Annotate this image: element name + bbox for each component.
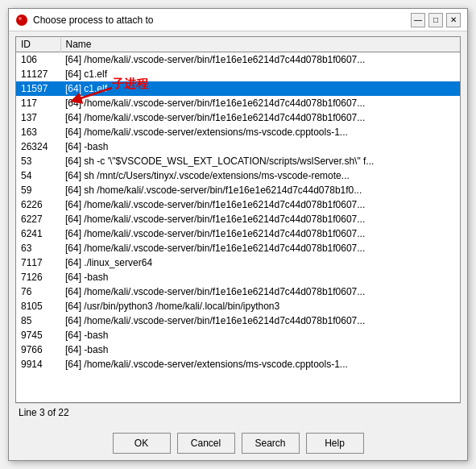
cell-id: 117 (16, 96, 60, 110)
minimize-button[interactable]: — (411, 13, 425, 27)
cell-name: [64] ./linux_server64 (60, 255, 460, 270)
cell-id: 54 (16, 168, 60, 183)
table-row[interactable]: 106[64] /home/kali/.vscode-server/bin/f1… (16, 52, 460, 67)
cell-name: [64] sh /home/kali/.vscode-server/bin/f1… (60, 183, 460, 197)
maximize-button[interactable]: □ (428, 13, 443, 27)
col-header-name: Name (60, 37, 460, 52)
cell-id: 163 (16, 125, 60, 139)
cell-name: [64] /home/kali/.vscode-server/bin/f1e16… (60, 241, 460, 255)
cell-name: [64] /home/kali/.vscode-server/bin/f1e16… (60, 226, 460, 241)
table-row[interactable]: 117[64] /home/kali/.vscode-server/bin/f1… (16, 96, 460, 110)
cell-id: 7126 (16, 270, 60, 284)
status-text: Line 3 of 22 (19, 407, 69, 418)
button-row: OK Cancel Search Help (9, 426, 467, 460)
table-row[interactable]: 7117[64] ./linux_server64 (16, 255, 460, 270)
cell-name: [64] -bash (60, 139, 460, 154)
cell-id: 6226 (16, 197, 60, 212)
dialog: Choose process to attach to — □ ✕ 子进程 (8, 8, 468, 461)
table-row[interactable]: 85[64] /home/kali/.vscode-server/bin/f1e… (16, 313, 460, 328)
cell-id: 59 (16, 183, 60, 197)
cell-id: 7117 (16, 255, 60, 270)
table-header-row: ID Name (16, 37, 460, 52)
cell-id: 137 (16, 110, 60, 125)
table-row[interactable]: 9914[64] /home/kali/.vscode-server/exten… (16, 357, 460, 371)
cell-id: 11127 (16, 67, 60, 81)
close-button[interactable]: ✕ (446, 13, 461, 27)
table-row[interactable]: 54[64] sh /mnt/c/Users/tinyx/.vscode/ext… (16, 168, 460, 183)
table-row[interactable]: 26324[64] -bash (16, 139, 460, 154)
table-row[interactable]: 7126[64] -bash (16, 270, 460, 284)
table-row[interactable]: 6227[64] /home/kali/.vscode-server/bin/f… (16, 212, 460, 226)
process-table-container[interactable]: ID Name 106[64] /home/kali/.vscode-serve… (15, 36, 461, 403)
title-bar-left: Choose process to attach to (15, 14, 153, 27)
table-row[interactable]: 76[64] /home/kali/.vscode-server/bin/f1e… (16, 284, 460, 299)
cell-name: [64] /home/kali/.vscode-server/bin/f1e16… (60, 110, 460, 125)
cell-id: 11597 (16, 81, 60, 96)
cell-name: [64] /home/kali/.vscode-server/bin/f1e16… (60, 96, 460, 110)
cell-id: 6227 (16, 212, 60, 226)
cell-name: [64] /usr/bin/python3 /home/kali/.local/… (60, 299, 460, 313)
table-row[interactable]: 9766[64] -bash (16, 342, 460, 357)
table-row[interactable]: 53[64] sh -c '\"$VSCODE_WSL_EXT_LOCATION… (16, 154, 460, 168)
cell-id: 6241 (16, 226, 60, 241)
table-row[interactable]: 11127[64] c1.elf (16, 67, 460, 81)
search-button[interactable]: Search (242, 433, 300, 454)
table-row[interactable]: 163[64] /home/kali/.vscode-server/extens… (16, 125, 460, 139)
cell-name: [64] /home/kali/.vscode-server/bin/f1e16… (60, 284, 460, 299)
cell-name: [64] /home/kali/.vscode-server/bin/f1e16… (60, 52, 460, 67)
table-row[interactable]: 6226[64] /home/kali/.vscode-server/bin/f… (16, 197, 460, 212)
title-text: Choose process to attach to (33, 15, 153, 26)
table-row[interactable]: 59[64] sh /home/kali/.vscode-server/bin/… (16, 183, 460, 197)
cell-id: 63 (16, 241, 60, 255)
cell-id: 53 (16, 154, 60, 168)
svg-point-1 (19, 17, 22, 20)
cell-name: [64] c1.elf (60, 67, 460, 81)
status-bar: Line 3 of 22 (15, 403, 461, 421)
table-row[interactable]: 9745[64] -bash (16, 328, 460, 342)
ok-button[interactable]: OK (113, 433, 171, 454)
cell-name: [64] /home/kali/.vscode-server/bin/f1e16… (60, 197, 460, 212)
cancel-button[interactable]: Cancel (177, 433, 235, 454)
cell-id: 9745 (16, 328, 60, 342)
table-row[interactable]: 63[64] /home/kali/.vscode-server/bin/f1e… (16, 241, 460, 255)
table-body: 106[64] /home/kali/.vscode-server/bin/f1… (16, 52, 460, 371)
title-bar-controls: — □ ✕ (411, 13, 461, 27)
process-table: ID Name 106[64] /home/kali/.vscode-serve… (16, 37, 460, 371)
cell-id: 106 (16, 52, 60, 67)
cell-name: [64] sh /mnt/c/Users/tinyx/.vscode/exten… (60, 168, 460, 183)
content-area: 子进程 ID Name (9, 31, 467, 426)
cell-name: [64] /home/kali/.vscode-server/bin/f1e16… (60, 313, 460, 328)
cell-id: 9766 (16, 342, 60, 357)
cell-name: [64] -bash (60, 328, 460, 342)
title-bar: Choose process to attach to — □ ✕ (9, 9, 467, 31)
col-header-id: ID (16, 37, 60, 52)
cell-id: 26324 (16, 139, 60, 154)
cell-name: [64] /home/kali/.vscode-server/extension… (60, 125, 460, 139)
help-button[interactable]: Help (306, 433, 364, 454)
cell-name: [64] -bash (60, 342, 460, 357)
cell-name: [64] c1.elf (60, 81, 460, 96)
cell-name: [64] sh -c '\"$VSCODE_WSL_EXT_LOCATION/s… (60, 154, 460, 168)
svg-point-0 (16, 15, 27, 26)
cell-id: 76 (16, 284, 60, 299)
cell-name: [64] -bash (60, 270, 460, 284)
table-row[interactable]: 11597[64] c1.elf (16, 81, 460, 96)
cell-name: [64] /home/kali/.vscode-server/extension… (60, 357, 460, 371)
app-icon (15, 14, 28, 27)
table-row[interactable]: 8105[64] /usr/bin/python3 /home/kali/.lo… (16, 299, 460, 313)
cell-id: 9914 (16, 357, 60, 371)
table-row[interactable]: 6241[64] /home/kali/.vscode-server/bin/f… (16, 226, 460, 241)
cell-name: [64] /home/kali/.vscode-server/bin/f1e16… (60, 212, 460, 226)
cell-id: 85 (16, 313, 60, 328)
cell-id: 8105 (16, 299, 60, 313)
table-row[interactable]: 137[64] /home/kali/.vscode-server/bin/f1… (16, 110, 460, 125)
